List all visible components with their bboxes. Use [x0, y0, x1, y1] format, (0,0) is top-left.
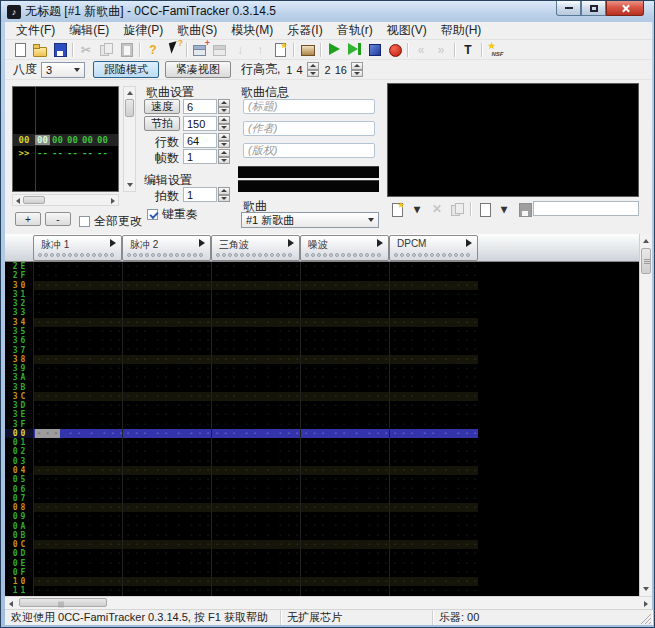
scrollbar-thumb[interactable]: [641, 248, 651, 274]
scroll-up-icon[interactable]: [127, 91, 133, 95]
pattern-cell[interactable]: - - - - - - - - -: [300, 410, 389, 419]
pattern-cell[interactable]: - - - - - - - - -: [300, 308, 389, 317]
pattern-cell[interactable]: - - - - - - - - -: [33, 503, 122, 512]
channel-header[interactable]: DPCM: [389, 235, 478, 261]
pattern-cell[interactable]: - - - - - - - - -: [33, 262, 122, 271]
pattern-cell[interactable]: - - - - - - - - -: [122, 364, 211, 373]
pattern-cell[interactable]: - - - - - - - - -: [33, 568, 122, 577]
frame-pattern-index[interactable]: 00: [35, 135, 50, 145]
pattern-cell[interactable]: - - - - - - - - -: [33, 438, 122, 447]
pattern-cell[interactable]: - - - - - - - - -: [211, 540, 300, 549]
pattern-cell[interactable]: - - - - - - - - -: [211, 466, 300, 475]
pattern-cell[interactable]: - - - - - - - - -: [33, 290, 122, 299]
scroll-down-icon[interactable]: [643, 587, 649, 591]
pattern-cell[interactable]: - - - - - - - - -: [300, 540, 389, 549]
minimize-button[interactable]: [556, 1, 581, 16]
pattern-cell[interactable]: - - - - - - - - -: [122, 355, 211, 364]
pattern-cell[interactable]: - - - - - - - - -: [122, 568, 211, 577]
pattern-cell[interactable]: - - - - - - - - -: [300, 299, 389, 308]
speed-button[interactable]: 速度: [144, 99, 180, 114]
pattern-cell[interactable]: - - - - - - - - -: [122, 327, 211, 336]
channel-header[interactable]: 三角波: [211, 235, 300, 261]
pattern-cell[interactable]: - - - - - - - - -: [122, 466, 211, 475]
pattern-cell[interactable]: - - - - - - - - -: [33, 299, 122, 308]
frame-pattern-index[interactable]: 00: [80, 135, 95, 145]
pattern-cell[interactable]: - - - - - - - - -: [389, 355, 478, 364]
pattern-cell[interactable]: - - - - - - - - -: [122, 281, 211, 290]
pattern-cell[interactable]: - - - - - - - - -: [122, 503, 211, 512]
pattern-cell[interactable]: - - - - - - - - -: [211, 429, 300, 438]
pattern-cell[interactable]: - - - - - - - - -: [33, 540, 122, 549]
pattern-cell[interactable]: - - - - - - - - -: [389, 466, 478, 475]
pattern-cell[interactable]: - - - - - - - - -: [211, 308, 300, 317]
spin-up-icon[interactable]: [351, 62, 363, 70]
pattern-cell[interactable]: - - - - - - - - -: [122, 308, 211, 317]
pattern-cell[interactable]: - - - - - - - - -: [122, 429, 211, 438]
pattern-cell[interactable]: - - - - - - - - -: [122, 512, 211, 521]
menu-item[interactable]: 视图(V): [380, 21, 434, 40]
pattern-cell[interactable]: - - - - - - - - -: [211, 457, 300, 466]
pattern-cell[interactable]: - - - - - - - - -: [389, 549, 478, 558]
title-field[interactable]: (标题): [243, 99, 375, 114]
pattern-cell[interactable]: - - - - - - - - -: [211, 512, 300, 521]
frame-horizontal-scrollbar[interactable]: [12, 194, 119, 206]
pattern-cell[interactable]: - - - - - - - - -: [389, 345, 478, 354]
play-pattern-button[interactable]: [344, 41, 364, 59]
pattern-cell[interactable]: - - - - - - - - -: [389, 531, 478, 540]
tempo-button[interactable]: 节拍: [144, 116, 180, 131]
pattern-cell[interactable]: - - - - - - - - -: [211, 494, 300, 503]
open-file-button[interactable]: [29, 41, 49, 59]
pattern-cell[interactable]: - - - - - - - - -: [122, 494, 211, 503]
pattern-cell[interactable]: - - - - - - - - -: [389, 577, 478, 586]
pattern-cell[interactable]: - - - - - - - - -: [389, 364, 478, 373]
pattern-cell[interactable]: - - - - - - - - -: [33, 373, 122, 382]
pattern-cell[interactable]: - - - - - - - - -: [33, 447, 122, 456]
pattern-cell[interactable]: - - - - - - - - -: [122, 475, 211, 484]
pattern-cell[interactable]: - - - - - - - - -: [122, 410, 211, 419]
key-repeat-row[interactable]: 键重奏: [147, 206, 198, 223]
pattern-cell[interactable]: - - - - - - - - -: [389, 457, 478, 466]
pattern-cell[interactable]: - - - - - - - - -: [300, 364, 389, 373]
pattern-cell[interactable]: - - - - - - - - -: [211, 318, 300, 327]
pattern-cell[interactable]: - - - - - - - - -: [300, 512, 389, 521]
pattern-cell[interactable]: - - - - - - - - -: [389, 438, 478, 447]
speed-spinner[interactable]: [218, 99, 230, 114]
nsf-export-button[interactable]: NSF: [485, 41, 505, 59]
pattern-cell[interactable]: - - - - - - - - -: [300, 577, 389, 586]
pattern-cell[interactable]: - - - - - - - - -: [300, 429, 389, 438]
menu-item[interactable]: 模块(M): [224, 21, 280, 40]
highlight-1-spinner[interactable]: [307, 62, 319, 77]
pattern-cell[interactable]: - - - - - - - - -: [300, 392, 389, 401]
pattern-cell[interactable]: - - - - - - - - -: [122, 549, 211, 558]
pattern-cell[interactable]: - - - - - - - - -: [211, 475, 300, 484]
pattern-cell[interactable]: - - - - - - - - -: [389, 512, 478, 521]
pattern-cell[interactable]: - - - - - - - - -: [122, 373, 211, 382]
pattern-cell[interactable]: - - - - - - - - -: [33, 401, 122, 410]
pattern-cell[interactable]: - - - - - - - - -: [33, 549, 122, 558]
pattern-cell[interactable]: - - - - - - - - -: [300, 438, 389, 447]
channel-header[interactable]: 噪波: [300, 235, 389, 261]
pattern-cell[interactable]: - - - - - - - - -: [389, 503, 478, 512]
pattern-cell[interactable]: - - - - - - - - -: [211, 577, 300, 586]
pattern-cell[interactable]: - - - - - - - - -: [300, 447, 389, 456]
save-file-button[interactable]: [49, 41, 69, 59]
scroll-left-icon[interactable]: [9, 601, 13, 607]
highlight-2-spinner[interactable]: [351, 62, 363, 77]
pattern-cell[interactable]: - - - - - - - - -: [33, 531, 122, 540]
frame-pattern-index[interactable]: 00: [50, 135, 65, 145]
duplicate-frame-button[interactable]: [270, 41, 290, 59]
channel-expand-icon[interactable]: [288, 239, 294, 247]
pattern-cell[interactable]: - - - - - - - - -: [389, 327, 478, 336]
speed-value[interactable]: 6: [183, 99, 217, 114]
frame-editor[interactable]: 00 0000000000 >> ----------: [12, 86, 119, 192]
pattern-cell[interactable]: - - - - - - - - -: [33, 484, 122, 493]
pattern-cell[interactable]: - - - - - - - - -: [122, 345, 211, 354]
pattern-cell[interactable]: - - - - - - - - -: [33, 308, 122, 317]
pattern-cell[interactable]: - - - - - - - - -: [33, 318, 122, 327]
pattern-cell[interactable]: - - - - - - - - -: [211, 281, 300, 290]
record-button[interactable]: [384, 41, 404, 59]
scroll-down-icon[interactable]: [127, 183, 133, 187]
pattern-cell[interactable]: - - - - - - - - -: [122, 262, 211, 271]
title-bar[interactable]: ♪ 无标题 [#1 新歌曲] - 0CC-FamiTracker 0.3.14.…: [1, 1, 654, 22]
pattern-cell[interactable]: - - - - - - - - -: [211, 355, 300, 364]
